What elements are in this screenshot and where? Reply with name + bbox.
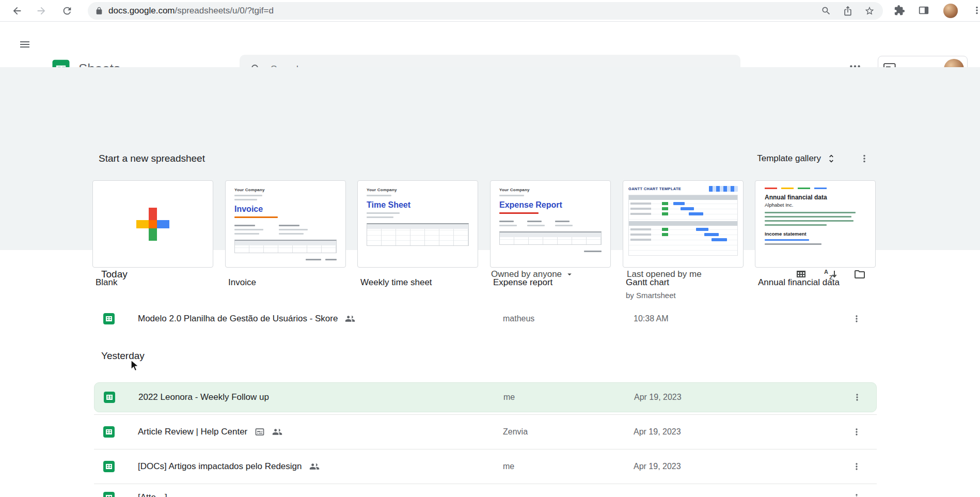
file-row[interactable]: Modelo 2.0 Planilha de Gestão de Usuário… (94, 301, 877, 336)
section-title-yesterday: Yesterday (101, 350, 145, 362)
url-bar[interactable]: docs.google.com/spreadsheets/u/0/?tgif=d (88, 2, 883, 20)
row-menu-button[interactable] (845, 455, 868, 478)
file-list-header: Today Owned by anyone Last opened by me … (94, 256, 877, 292)
folder-icon (853, 268, 866, 281)
file-row[interactable]: [DOCs] Artigos impactados pelo Redesign … (94, 449, 877, 484)
invoice-thumbnail: Your Company Invoice (226, 181, 345, 267)
reload-icon (61, 5, 73, 17)
colored-plus-icon (133, 205, 172, 244)
file-row[interactable]: Article Review | Help Center Zenvia Apr … (94, 414, 877, 449)
file-row-partial[interactable]: [Atte…] (94, 484, 877, 497)
browser-profile-avatar[interactable] (943, 4, 958, 18)
browser-reload-button[interactable] (57, 1, 77, 21)
sheets-home-page: docs.google.com/spreadsheets/u/0/?tgif=d… (0, 0, 980, 497)
template-card-expense-report[interactable]: Your Company Expense Report (490, 180, 611, 268)
decor-legend (709, 186, 738, 192)
template-card-gantt-chart[interactable]: GANTT CHART TEMPLATE (623, 180, 744, 268)
open-file-picker-button[interactable] (848, 263, 871, 286)
template-more-options-button[interactable] (853, 147, 876, 170)
zoom-icon[interactable] (821, 6, 831, 16)
annual-financial-thumbnail: Annual financial data Alphabet Inc. Inco… (755, 181, 875, 267)
arrow-back-icon (11, 5, 23, 17)
share-icon[interactable] (843, 6, 853, 16)
decor-gantt-grid (628, 195, 738, 256)
sort-az-icon: AZ (824, 268, 837, 281)
file-owner: me (503, 393, 515, 402)
browser-menu-icon[interactable] (971, 5, 980, 16)
browser-toolbar: docs.google.com/spreadsheets/u/0/?tgif=d (0, 0, 980, 22)
thumb-title: GANTT CHART TEMPLATE (628, 187, 681, 191)
extensions-icon[interactable] (894, 5, 905, 16)
sheets-file-icon (103, 426, 115, 438)
gantt-header: GANTT CHART TEMPLATE (628, 186, 738, 192)
thumb-title: Annual financial data (765, 194, 866, 201)
sheets-file-icon (103, 461, 115, 472)
thumb-section-title: Income statement (765, 231, 866, 237)
decor-color-dashes (765, 188, 866, 189)
main-menu-button[interactable] (12, 32, 37, 57)
svg-text:A: A (824, 269, 828, 275)
blank-thumbnail (93, 181, 213, 267)
template-section: Start a new spreadsheet Template gallery (0, 67, 980, 250)
secure-lock-icon (95, 7, 103, 15)
kebab-menu-icon (852, 392, 862, 402)
file-owner: matheus (503, 314, 534, 323)
thumb-company-name: Your Company (234, 188, 337, 192)
template-gallery-button[interactable]: Template gallery (752, 149, 842, 168)
browser-forward-button[interactable] (31, 1, 52, 21)
grid-view-icon (795, 268, 807, 281)
file-row-selected[interactable]: 2022 Leonora - Weekly Follow up me Apr 1… (94, 382, 877, 412)
template-card-weekly-time-sheet[interactable]: Your Company Time Sheet (357, 180, 478, 268)
decor-totals (499, 248, 602, 252)
decor-table (367, 223, 469, 246)
thumb-title: Invoice (234, 205, 337, 214)
dropdown-arrow-icon (565, 270, 574, 279)
sort-last-opened[interactable]: Last opened by me (627, 269, 702, 279)
kebab-menu-icon (851, 427, 862, 437)
decor-table (499, 231, 602, 245)
file-name: [Atte…] (138, 492, 167, 497)
template-card-invoice[interactable]: Your Company Invoice (225, 180, 346, 268)
file-date: Apr 19, 2023 (634, 462, 681, 471)
row-menu-button[interactable] (846, 386, 868, 409)
row-menu-button[interactable] (845, 486, 868, 497)
sort-az-button[interactable]: AZ (819, 263, 842, 286)
time-sheet-thumbnail: Your Company Time Sheet (358, 181, 478, 267)
decor-bars (367, 212, 469, 218)
file-date: Apr 19, 2023 (634, 393, 682, 402)
thumb-title: Time Sheet (367, 200, 469, 210)
decor-bars (234, 195, 337, 200)
file-name: 2022 Leonora - Weekly Follow up (138, 392, 269, 402)
bookmark-star-icon[interactable] (864, 6, 875, 16)
file-name: [DOCs] Artigos impactados pelo Redesign (138, 461, 302, 472)
decor-columns (499, 218, 602, 226)
file-name: Article Review | Help Center (138, 427, 247, 437)
kebab-menu-icon (851, 314, 862, 324)
grid-view-button[interactable] (789, 263, 812, 286)
kebab-menu-icon (851, 461, 862, 472)
arrow-forward-icon (36, 5, 47, 17)
kebab-menu-icon (859, 153, 870, 164)
url-text: docs.google.com/spreadsheets/u/0/?tgif=d (108, 6, 274, 16)
row-menu-button[interactable] (845, 307, 868, 330)
template-gallery-label: Template gallery (757, 153, 821, 164)
shared-people-icon (272, 427, 282, 437)
sheets-file-icon (104, 392, 115, 403)
gantt-thumbnail: GANTT CHART TEMPLATE (623, 181, 743, 267)
template-card-blank[interactable] (92, 180, 213, 268)
thumb-company-name: Your Company (499, 188, 602, 192)
browser-back-button[interactable] (7, 1, 27, 21)
row-menu-button[interactable] (845, 421, 868, 443)
app-header: Sheets Z·E·N·V·I·A (0, 22, 980, 67)
sheets-file-icon (103, 313, 115, 324)
template-card-annual-financial-data[interactable]: Annual financial data Alphabet Inc. Inco… (755, 180, 876, 268)
hamburger-icon (19, 38, 31, 51)
expense-report-thumbnail: Your Company Expense Report (491, 181, 610, 267)
side-panel-icon[interactable] (918, 5, 929, 16)
decor-bars (765, 212, 866, 226)
file-date: Apr 19, 2023 (634, 427, 681, 437)
owner-filter-dropdown[interactable]: Owned by anyone (491, 269, 574, 279)
file-owner: me (503, 462, 514, 471)
thumb-title: Expense Report (499, 200, 602, 210)
thumb-subtitle: Alphabet Inc. (765, 202, 866, 208)
